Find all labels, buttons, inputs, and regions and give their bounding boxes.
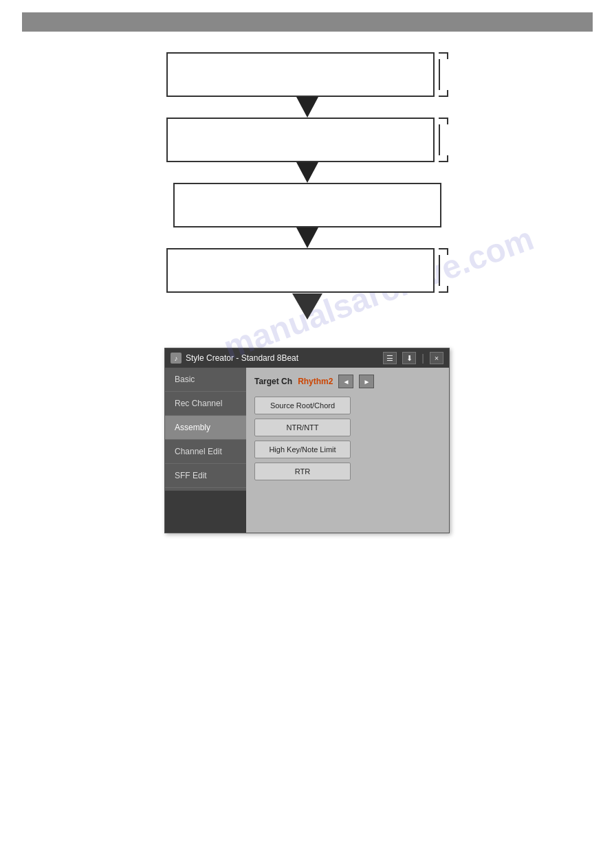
sidebar-item-channel-edit[interactable]: Channel Edit (165, 440, 246, 464)
arrow-3 (295, 227, 320, 248)
arrow-2 (295, 162, 320, 183)
style-creator-window: ♪ Style Creator - Standard 8Beat ☰ ⬇ | ×… (164, 348, 450, 533)
svg-marker-2 (296, 227, 318, 248)
flow-box-4 (166, 248, 435, 293)
bracket-mid-4 (439, 255, 440, 286)
bracket-mid-1 (439, 59, 440, 90)
top-bar (22, 12, 593, 32)
sidebar-item-sff-edit[interactable]: SFF Edit (165, 464, 246, 488)
bracket-4 (439, 248, 448, 293)
main-content: Target Ch Rhythm2 ◄ ► Source Root/Chord … (246, 368, 449, 533)
flow-group-3 (173, 183, 441, 227)
flowchart-area (0, 52, 614, 320)
flow-box-1 (166, 52, 435, 97)
sidebar: Basic Rec Channel Assembly Channel Edit … (165, 368, 246, 533)
prev-button[interactable]: ◄ (338, 375, 353, 388)
flow-group-1 (166, 52, 448, 97)
flow-box-2 (166, 118, 435, 162)
bracket-2 (439, 118, 448, 162)
bracket-top-4 (439, 248, 448, 255)
sidebar-item-basic[interactable]: Basic (165, 368, 246, 392)
svg-marker-1 (296, 162, 318, 183)
bracket-1 (439, 52, 448, 97)
flow-group-4 (166, 248, 448, 293)
flow-boxes-2 (166, 118, 435, 162)
bracket-bot-4 (439, 286, 448, 293)
target-row: Target Ch Rhythm2 ◄ ► (254, 375, 441, 388)
svg-marker-3 (292, 293, 322, 320)
sidebar-item-rec-channel[interactable]: Rec Channel (165, 392, 246, 416)
target-ch-label: Target Ch (254, 377, 292, 386)
bracket-top-2 (439, 118, 448, 124)
flow-boxes-3 (173, 183, 441, 227)
save-button[interactable]: ⬇ (402, 352, 416, 364)
flow-box-3 (173, 183, 441, 227)
window-body: Basic Rec Channel Assembly Channel Edit … (165, 368, 449, 533)
source-root-chord-button[interactable]: Source Root/Chord (254, 397, 351, 414)
window-title: Style Creator - Standard 8Beat (186, 353, 298, 363)
svg-marker-0 (296, 97, 318, 118)
bracket-top-1 (439, 52, 448, 59)
app-icon: ♪ (171, 353, 182, 364)
flow-boxes-4 (166, 248, 435, 293)
arrow-final (291, 293, 324, 320)
ntr-ntt-button[interactable]: NTR/NTT (254, 419, 351, 436)
arrow-1 (295, 97, 320, 118)
separator: | (421, 353, 424, 364)
titlebar-left: ♪ Style Creator - Standard 8Beat (171, 353, 298, 364)
menu-button[interactable]: ☰ (383, 352, 397, 364)
titlebar: ♪ Style Creator - Standard 8Beat ☰ ⬇ | × (165, 348, 449, 368)
bracket-bot-2 (439, 155, 448, 162)
bracket-bot-1 (439, 90, 448, 97)
next-button[interactable]: ► (359, 375, 374, 388)
sidebar-item-assembly[interactable]: Assembly (165, 416, 246, 440)
bracket-mid-2 (439, 124, 440, 155)
sidebar-bottom (165, 491, 246, 533)
high-key-note-limit-button[interactable]: High Key/Note Limit (254, 441, 351, 458)
rtr-button[interactable]: RTR (254, 463, 351, 480)
close-button[interactable]: × (430, 352, 443, 364)
flow-group-2 (166, 118, 448, 162)
target-ch-value: Rhythm2 (298, 377, 333, 386)
flow-boxes-1 (166, 52, 435, 97)
titlebar-controls: ☰ ⬇ | × (383, 352, 443, 364)
